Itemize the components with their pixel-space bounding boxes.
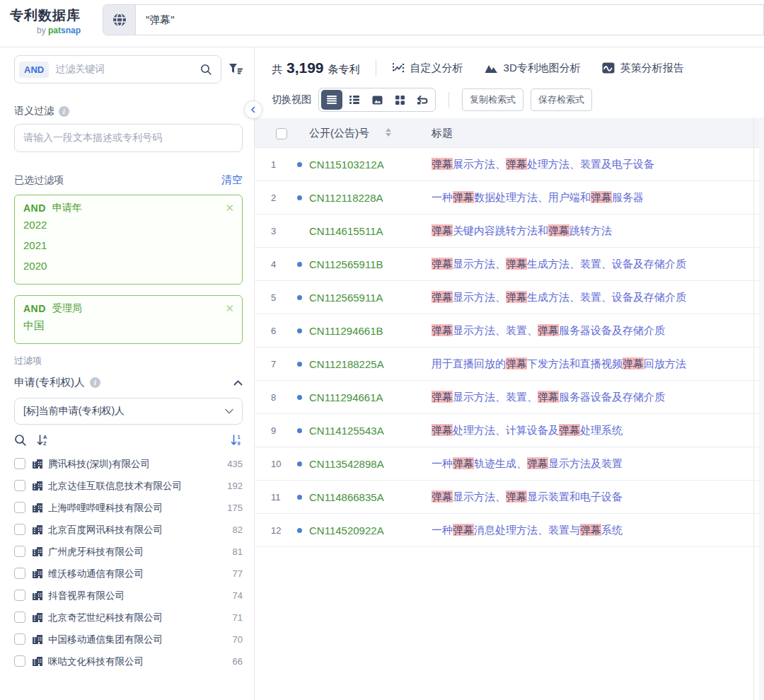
company-checkbox[interactable] xyxy=(14,590,25,601)
filter-value[interactable]: 2022 xyxy=(23,214,233,235)
company-filter-item[interactable]: 维沃移动通信有限公司77 xyxy=(14,563,243,585)
row-index: 1 xyxy=(271,159,289,170)
list-view-icon[interactable] xyxy=(321,90,342,110)
image-view-icon[interactable] xyxy=(366,90,388,110)
bullet-list-view-icon[interactable] xyxy=(344,90,365,110)
custom-analysis-button[interactable]: 自定义分析 xyxy=(392,62,463,75)
patent-number-link[interactable]: CN114520922A xyxy=(309,524,432,537)
table-row[interactable]: 6CN111294661B弹幕显示方法、装置、弹幕服务器设备及存储介质 xyxy=(255,314,764,348)
company-checkbox[interactable] xyxy=(14,502,25,513)
search-icon[interactable] xyxy=(200,64,212,76)
patent-number-link[interactable]: CN113542898A xyxy=(309,458,432,470)
collapse-sidebar-button[interactable] xyxy=(244,101,262,119)
patent-title-link[interactable]: 弹幕显示方法、装置、弹幕服务器设备及存储介质 xyxy=(432,386,737,408)
copy-query-button[interactable]: 复制检索式 xyxy=(462,88,523,111)
patent-title-link[interactable]: 一种弹幕数据处理方法、用户端和弹幕服务器 xyxy=(432,187,737,208)
patent-title-link[interactable]: 弹幕显示方法、弹幕生成方法、装置、设备及存储介质 xyxy=(432,287,737,308)
patent-title-link[interactable]: 一种弹幕消息处理方法、装置与弹幕系统 xyxy=(432,520,737,541)
keyword-filter-input[interactable]: AND 过滤关键词 xyxy=(14,55,221,84)
company-filter-item[interactable]: 北京百度网讯科技有限公司82 xyxy=(14,519,243,541)
patent-title-link[interactable]: 弹幕展示方法、弹幕处理方法、装置及电子设备 xyxy=(432,154,737,175)
table-row[interactable]: 3CN114615511A弹幕关键内容跳转方法和弹幕跳转方法 xyxy=(255,214,764,248)
patent-number-link[interactable]: CN115103212A xyxy=(309,159,432,171)
logo[interactable]: 专利数据库 by patsnap xyxy=(10,6,81,35)
table-row[interactable]: 1CN115103212A弹幕展示方法、弹幕处理方法、装置及电子设备 xyxy=(255,148,764,181)
patent-number-link[interactable]: CN114615511A xyxy=(309,225,432,237)
map-3d-analysis-button[interactable]: 3D专利地图分析 xyxy=(485,62,581,75)
clear-filters-link[interactable]: 清空 xyxy=(221,173,243,187)
company-checkbox[interactable] xyxy=(14,612,25,623)
company-filter-item[interactable]: 咪咕文化科技有限公司66 xyxy=(14,650,243,672)
sort-count-icon[interactable]: 19 xyxy=(231,434,243,447)
filter-value[interactable]: 2020 xyxy=(23,256,233,276)
report-analysis-button[interactable]: 英策分析报告 xyxy=(602,62,684,75)
global-search-bar[interactable]: "弹幕" xyxy=(103,4,764,35)
semantic-filter-label: 语义过滤 i xyxy=(14,105,243,117)
patent-number-link[interactable]: CN114866835A xyxy=(309,491,432,503)
building-icon xyxy=(25,523,48,534)
table-row[interactable]: 12CN114520922A一种弹幕消息处理方法、装置与弹幕系统 xyxy=(255,514,764,547)
table-row[interactable]: 9CN114125543A弹幕处理方法、计算设备及弹幕处理系统 xyxy=(255,414,764,447)
company-filter-item[interactable]: 抖音视界有限公司74 xyxy=(14,585,243,607)
company-checkbox[interactable] xyxy=(14,546,25,557)
patent-number-link[interactable]: CN112565911A xyxy=(309,292,432,304)
company-checkbox[interactable] xyxy=(14,568,25,579)
patent-number-link[interactable]: CN112118228A xyxy=(309,192,432,204)
table-row[interactable]: 8CN111294661A弹幕显示方法、装置、弹幕服务器设备及存储介质 xyxy=(255,381,764,414)
patent-title-link[interactable]: 弹幕关键内容跳转方法和弹幕跳转方法 xyxy=(432,220,737,241)
filter-value[interactable]: 中国 xyxy=(23,315,233,335)
scroll-strip[interactable] xyxy=(759,117,764,700)
patent-title-link[interactable]: 用于直播回放的弹幕下发方法和直播视频弹幕回放方法 xyxy=(432,353,737,374)
column-header-title: 标题 xyxy=(432,127,453,140)
search-query[interactable]: "弹幕" xyxy=(136,13,175,27)
company-filter-item[interactable]: 北京奇艺世纪科技有限公司71 xyxy=(14,607,243,629)
select-all-checkbox[interactable] xyxy=(276,128,287,139)
chevron-up-icon[interactable] xyxy=(233,380,243,386)
sort-alpha-icon[interactable]: AZ xyxy=(37,434,49,447)
info-icon[interactable]: i xyxy=(59,106,69,117)
company-checkbox[interactable] xyxy=(14,480,25,491)
column-header-number[interactable]: 公开(公告)号 xyxy=(309,127,369,140)
operator-chip[interactable]: AND xyxy=(19,62,49,78)
table-row[interactable]: 11CN114866835A弹幕显示方法、弹幕显示装置和电子设备 xyxy=(255,481,764,514)
filter-funnel-icon[interactable] xyxy=(228,63,243,76)
patent-title-link[interactable]: 弹幕显示方法、弹幕生成方法、装置、设备及存储介质 xyxy=(432,253,737,275)
patent-number-link[interactable]: CN111294661B xyxy=(309,325,432,337)
company-checkbox[interactable] xyxy=(14,458,25,469)
table-row[interactable]: 5CN112565911A弹幕显示方法、弹幕生成方法、装置、设备及存储介质 xyxy=(255,281,764,314)
save-query-button[interactable]: 保存检索式 xyxy=(531,88,592,111)
sort-arrows-icon[interactable] xyxy=(386,128,391,137)
company-search-icon[interactable] xyxy=(14,434,27,447)
table-row[interactable]: 4CN112565911B弹幕显示方法、弹幕生成方法、装置、设备及存储介质 xyxy=(255,248,764,281)
patent-number-link[interactable]: CN111294661A xyxy=(309,391,432,403)
company-filter-item[interactable]: 上海哔哩哔哩科技有限公司175 xyxy=(14,497,243,519)
patent-title-link[interactable]: 弹幕显示方法、装置、弹幕服务器设备及存储介质 xyxy=(432,320,737,341)
company-checkbox[interactable] xyxy=(14,524,25,535)
filter-value[interactable]: 2021 xyxy=(23,235,233,256)
info-icon[interactable]: i xyxy=(90,377,100,388)
search-scope-button[interactable] xyxy=(103,5,136,35)
custom-layout-view-icon[interactable] xyxy=(412,90,433,110)
table-row[interactable]: 7CN112188225A用于直播回放的弹幕下发方法和直播视频弹幕回放方法 xyxy=(255,348,764,381)
table-row[interactable]: 10CN113542898A一种弹幕轨迹生成、弹幕显示方法及装置 xyxy=(255,447,764,481)
applicant-type-select[interactable]: [标]当前申请(专利权)人 xyxy=(14,398,243,425)
company-filter-item[interactable]: 北京达佳互联信息技术有限公司192 xyxy=(14,475,243,497)
patent-title-link[interactable]: 弹幕处理方法、计算设备及弹幕处理系统 xyxy=(432,420,737,441)
remove-filter-icon[interactable]: ✕ xyxy=(225,302,234,315)
patent-number-link[interactable]: CN112565911B xyxy=(309,258,432,270)
grid-view-icon[interactable] xyxy=(389,90,410,110)
company-name: 抖音视界有限公司 xyxy=(48,589,227,602)
company-filter-item[interactable]: 中国移动通信集团有限公司70 xyxy=(14,629,243,650)
remove-filter-icon[interactable]: ✕ xyxy=(225,202,234,214)
patent-number-link[interactable]: CN114125543A xyxy=(309,425,432,437)
patent-title-link[interactable]: 一种弹幕轨迹生成、弹幕显示方法及装置 xyxy=(432,453,737,474)
table-row[interactable]: 2CN112118228A一种弹幕数据处理方法、用户端和弹幕服务器 xyxy=(255,181,764,214)
company-filter-item[interactable]: 腾讯科技(深圳)有限公司435 xyxy=(14,453,243,475)
semantic-filter-input[interactable]: 请输入一段文本描述或专利号码 xyxy=(14,124,243,152)
patent-title-link[interactable]: 弹幕显示方法、弹幕显示装置和电子设备 xyxy=(432,486,737,507)
company-filter-item[interactable]: 广州虎牙科技有限公司81 xyxy=(14,541,243,563)
highlight-term: 弹幕 xyxy=(506,258,527,270)
company-checkbox[interactable] xyxy=(14,633,25,645)
company-checkbox[interactable] xyxy=(14,655,25,667)
patent-number-link[interactable]: CN112188225A xyxy=(309,358,432,370)
